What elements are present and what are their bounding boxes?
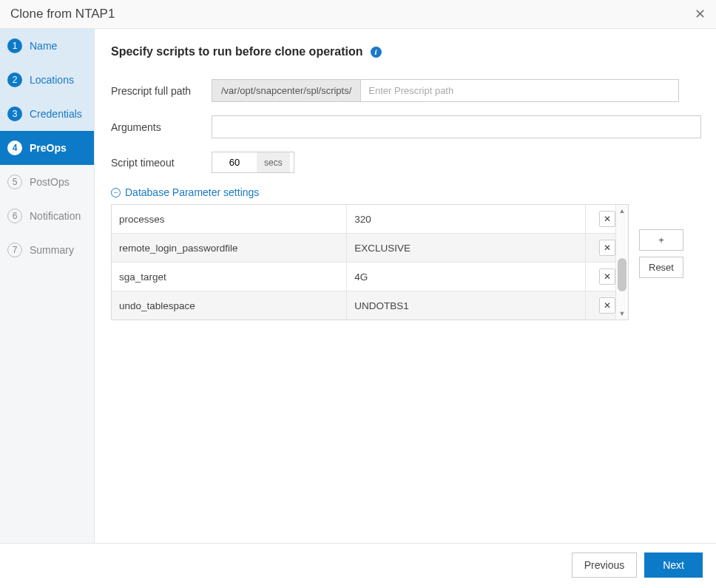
section-heading-text: Specify scripts to run before clone oper… <box>111 45 363 58</box>
add-param-button[interactable]: + <box>639 229 683 251</box>
param-value[interactable]: 320 <box>347 205 586 234</box>
prescript-input[interactable] <box>361 80 678 101</box>
table-row: undo_tablespace UNDOTBS1 ✕ <box>112 291 628 320</box>
wizard-step-preops[interactable]: 4 PreOps <box>0 131 94 165</box>
param-name[interactable]: remote_login_passwordfile <box>112 234 347 263</box>
db-params-table: processes 320 ✕ remote_login_passwordfil… <box>112 205 628 320</box>
param-name[interactable]: processes <box>112 205 347 234</box>
arguments-input[interactable] <box>212 115 701 138</box>
wizard-sidebar: 1 Name 2 Locations 3 Credentials 4 PreOp… <box>0 29 95 543</box>
wizard-step-summary[interactable]: 7 Summary <box>0 233 94 267</box>
timeout-unit: secs <box>257 152 290 172</box>
delete-row-icon[interactable]: ✕ <box>599 240 615 256</box>
step-number: 7 <box>7 243 22 257</box>
content-pane: Specify scripts to run before clone oper… <box>95 29 716 543</box>
param-value[interactable]: EXCLUSIVE <box>347 234 586 263</box>
table-scrollbar[interactable]: ▲ ▼ <box>615 205 628 320</box>
prescript-prefix: /var/opt/snapcenter/spl/scripts/ <box>212 80 361 101</box>
previous-button[interactable]: Previous <box>572 552 637 578</box>
step-number: 1 <box>7 38 22 53</box>
timeout-group: secs <box>212 152 294 173</box>
label-arguments: Arguments <box>111 121 212 133</box>
scroll-down-icon[interactable]: ▼ <box>619 308 626 320</box>
row-timeout: Script timeout secs <box>111 152 701 173</box>
table-row: sga_target 4G ✕ <box>112 263 628 291</box>
prescript-path-group: /var/opt/snapcenter/spl/scripts/ <box>212 79 679 102</box>
step-label: Locations <box>30 74 74 86</box>
step-label: Notification <box>30 210 81 222</box>
param-name[interactable]: sga_target <box>112 263 347 291</box>
params-side-buttons: + Reset <box>639 229 683 278</box>
timeout-input[interactable] <box>212 152 257 172</box>
label-timeout: Script timeout <box>111 157 212 169</box>
row-prescript: Prescript full path /var/opt/snapcenter/… <box>111 79 701 102</box>
wizard-step-notification[interactable]: 6 Notification <box>0 199 94 233</box>
param-name[interactable]: undo_tablespace <box>112 291 347 320</box>
dialog-footer: Previous Next <box>0 544 716 587</box>
scroll-thumb[interactable] <box>618 258 626 291</box>
table-row: remote_login_passwordfile EXCLUSIVE ✕ <box>112 234 628 263</box>
db-params-heading: Database Parameter settings <box>125 186 259 198</box>
wizard-step-postops[interactable]: 5 PostOps <box>0 165 94 199</box>
delete-row-icon[interactable]: ✕ <box>599 268 615 285</box>
step-label: Summary <box>30 244 74 256</box>
dialog-body: 1 Name 2 Locations 3 Credentials 4 PreOp… <box>0 29 716 544</box>
next-button[interactable]: Next <box>644 552 703 578</box>
dialog-title: Clone from NTAP1 <box>10 7 115 21</box>
step-label: PostOps <box>30 176 70 188</box>
row-arguments: Arguments <box>111 115 701 138</box>
db-params-toggle[interactable]: – Database Parameter settings <box>111 186 701 198</box>
step-label: PreOps <box>30 142 67 154</box>
close-icon[interactable]: ✕ <box>695 6 706 22</box>
step-number: 3 <box>7 107 22 121</box>
step-number: 5 <box>7 175 22 189</box>
db-params-area: processes 320 ✕ remote_login_passwordfil… <box>111 204 701 320</box>
table-row: processes 320 ✕ <box>112 205 628 234</box>
section-heading: Specify scripts to run before clone oper… <box>111 45 701 58</box>
wizard-step-name[interactable]: 1 Name <box>0 29 94 63</box>
param-value[interactable]: 4G <box>347 263 586 291</box>
delete-row-icon[interactable]: ✕ <box>599 211 615 227</box>
param-value[interactable]: UNDOTBS1 <box>347 291 586 320</box>
db-params-table-wrapper: processes 320 ✕ remote_login_passwordfil… <box>111 204 629 320</box>
scroll-up-icon[interactable]: ▲ <box>619 205 626 217</box>
wizard-step-credentials[interactable]: 3 Credentials <box>0 97 94 131</box>
step-number: 2 <box>7 72 22 87</box>
step-label: Credentials <box>30 108 82 120</box>
step-number: 4 <box>7 141 22 155</box>
step-number: 6 <box>7 209 22 223</box>
info-icon[interactable]: i <box>371 47 382 58</box>
collapse-icon: – <box>111 188 121 197</box>
wizard-step-locations[interactable]: 2 Locations <box>0 63 94 97</box>
reset-params-button[interactable]: Reset <box>639 257 683 278</box>
delete-row-icon[interactable]: ✕ <box>599 297 615 314</box>
dialog-header: Clone from NTAP1 ✕ <box>0 0 716 29</box>
step-label: Name <box>30 40 57 52</box>
label-prescript: Prescript full path <box>111 85 212 97</box>
